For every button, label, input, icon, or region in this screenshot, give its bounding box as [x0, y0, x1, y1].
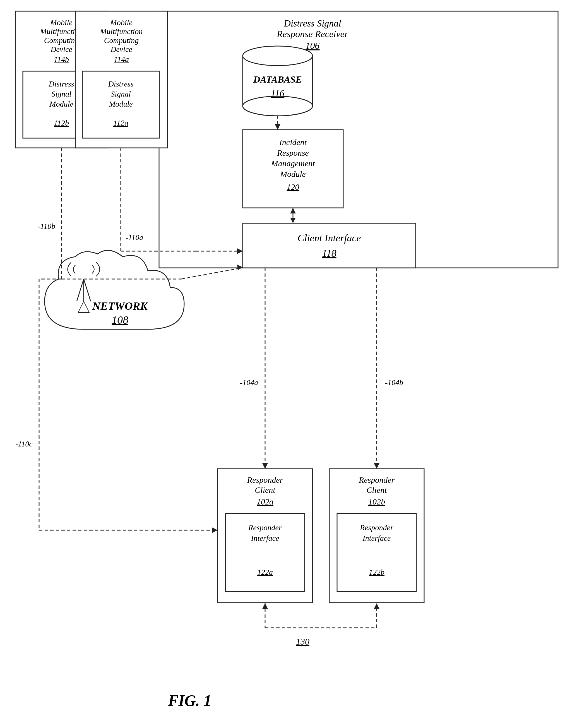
svg-text:Computing: Computing	[104, 36, 139, 45]
svg-text:130: 130	[296, 636, 309, 647]
svg-text:108: 108	[112, 314, 128, 326]
svg-text:FIG. 1: FIG. 1	[168, 692, 211, 709]
svg-text:112a: 112a	[113, 119, 128, 127]
svg-text:Device: Device	[50, 45, 72, 54]
svg-text:122b: 122b	[369, 568, 385, 576]
svg-text:114b: 114b	[54, 55, 69, 63]
svg-text:-110c: -110c	[15, 440, 33, 448]
svg-text:118: 118	[322, 248, 336, 259]
svg-text:Management: Management	[271, 159, 315, 168]
svg-text:Client Interface: Client Interface	[298, 232, 361, 243]
svg-point-6	[243, 46, 313, 66]
svg-text:-110a: -110a	[126, 233, 143, 242]
svg-text:NETWORK: NETWORK	[92, 300, 148, 312]
svg-text:Mobile: Mobile	[110, 18, 132, 27]
svg-text:Distress: Distress	[108, 80, 134, 88]
svg-text:112b: 112b	[54, 119, 69, 127]
svg-text:-110b: -110b	[38, 222, 55, 231]
svg-text:106: 106	[306, 41, 320, 51]
svg-text:Mobile: Mobile	[50, 18, 72, 27]
svg-text:-104a: -104a	[240, 378, 258, 387]
svg-text:Module: Module	[280, 170, 306, 179]
svg-text:Responder: Responder	[359, 475, 395, 485]
svg-text:Client: Client	[255, 485, 276, 494]
svg-point-9	[243, 96, 313, 116]
svg-text:116: 116	[271, 88, 284, 98]
svg-text:Multifunction: Multifunction	[100, 27, 142, 36]
svg-text:Response Receiver: Response Receiver	[277, 29, 348, 39]
svg-text:Response: Response	[277, 148, 309, 157]
svg-text:120: 120	[287, 182, 299, 191]
svg-text:-104b: -104b	[385, 378, 403, 387]
svg-text:Signal: Signal	[111, 89, 131, 98]
svg-text:Responder: Responder	[248, 523, 282, 532]
svg-text:Module: Module	[49, 100, 73, 108]
svg-text:Distress Signal: Distress Signal	[284, 18, 341, 28]
svg-text:Module: Module	[108, 100, 133, 108]
svg-text:Computing: Computing	[44, 36, 79, 45]
svg-text:Responder: Responder	[360, 523, 393, 532]
svg-text:Incident: Incident	[279, 137, 307, 147]
svg-rect-18	[243, 223, 416, 268]
svg-text:102a: 102a	[257, 497, 273, 506]
svg-text:114a: 114a	[114, 55, 129, 63]
svg-text:DATABASE: DATABASE	[253, 74, 302, 84]
svg-text:Interface: Interface	[362, 534, 391, 542]
svg-text:Responder: Responder	[247, 475, 283, 485]
svg-text:Device: Device	[110, 45, 132, 54]
svg-text:122a: 122a	[257, 568, 273, 576]
svg-text:Signal: Signal	[51, 89, 72, 98]
svg-text:102b: 102b	[368, 497, 385, 506]
svg-text:Distress: Distress	[49, 80, 74, 88]
svg-text:Client: Client	[366, 485, 387, 494]
svg-text:Interface: Interface	[251, 534, 279, 542]
